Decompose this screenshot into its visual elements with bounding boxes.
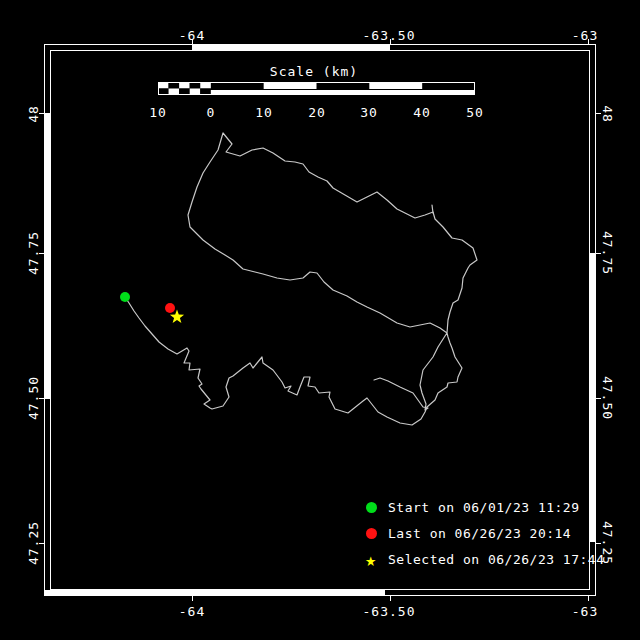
axis-label-left-lat: 47.25 xyxy=(26,521,41,565)
axis-label-left-lat: 47.50 xyxy=(26,376,41,420)
axis-label-bottom-lon: -63 xyxy=(572,604,598,619)
scalebar-lower-strip xyxy=(211,90,475,94)
axis-label-right-lat: 48 xyxy=(600,105,615,123)
axis-label-right-lat: 47.50 xyxy=(600,376,615,420)
axis-label-top-lon: -63 xyxy=(572,28,598,43)
scalebar-tick-label: 0 xyxy=(207,105,216,120)
drifter-track-map: -64 -63.50 -63 -64 -63.50 -63 48 47.75 4… xyxy=(0,0,640,640)
scalebar-segment xyxy=(264,83,317,89)
scalebar-segment xyxy=(369,83,422,89)
axis-label-left-lat: 48 xyxy=(26,105,41,123)
legend-row-start: Start on 06/01/23 11:29 xyxy=(360,494,605,520)
start-position-marker[interactable] xyxy=(120,292,130,302)
legend-label-start: Start on 06/01/23 11:29 xyxy=(388,500,580,515)
last-position-marker[interactable] xyxy=(165,303,175,313)
scalebar-tick-label: 10 xyxy=(149,105,167,120)
legend: Start on 06/01/23 11:29 Last on 06/26/23… xyxy=(360,494,605,572)
legend-label-selected: Selected on 06/26/23 17:44 xyxy=(388,552,605,567)
scalebar-title: Scale (km) xyxy=(270,64,358,79)
scalebar-tick-label: 10 xyxy=(255,105,273,120)
scalebar-tick-label: 30 xyxy=(360,105,378,120)
frame-band-top xyxy=(192,44,390,50)
legend-row-last: Last on 06/26/23 20:14 xyxy=(360,520,605,546)
axis-label-bottom-lon: -63.50 xyxy=(363,604,416,619)
legend-row-selected: ★ Selected on 06/26/23 17:44 xyxy=(360,546,605,572)
star-icon: ★ xyxy=(360,554,382,565)
frame-band-bottom xyxy=(44,590,385,596)
scalebar-tick-label: 40 xyxy=(413,105,431,120)
frame-band-left xyxy=(44,113,50,399)
axis-label-bottom-lon: -64 xyxy=(179,604,205,619)
start-marker-icon xyxy=(360,502,382,513)
axis-label-left-lat: 47.75 xyxy=(26,231,41,275)
axis-label-top-lon: -63.50 xyxy=(363,28,416,43)
legend-label-last: Last on 06/26/23 20:14 xyxy=(388,526,571,541)
scalebar-tick-label: 20 xyxy=(308,105,326,120)
last-marker-icon xyxy=(360,528,382,539)
axis-label-top-lon: -64 xyxy=(179,28,205,43)
scalebar-tick-label: 50 xyxy=(466,105,484,120)
drifter-track xyxy=(125,133,477,425)
axis-label-right-lat: 47.75 xyxy=(600,231,615,275)
